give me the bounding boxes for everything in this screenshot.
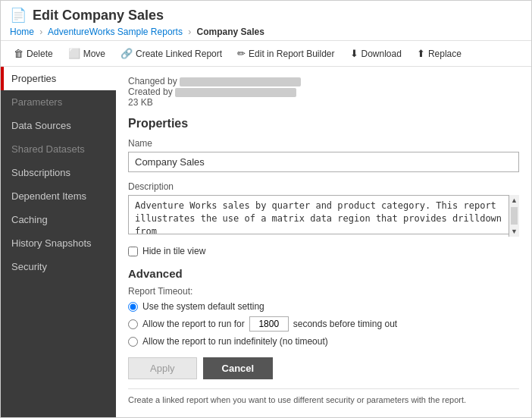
properties-section-title: Properties (128, 117, 519, 130)
page-title: 📄 Edit Company Sales (10, 7, 522, 24)
sidebar-item-shared-datasets: Shared Datasets (1, 137, 116, 161)
radio-system-default-row: Use the system default setting (128, 301, 519, 312)
scroll-down-button[interactable]: ▼ (509, 226, 519, 237)
toolbar: 🗑 Delete ⬜ Move 🔗 Create Linked Report ✏… (1, 41, 531, 67)
created-by-value (175, 88, 296, 97)
sidebar-item-parameters: Parameters (1, 90, 116, 114)
sidebar-item-properties[interactable]: Properties (1, 67, 116, 90)
cancel-button[interactable]: Cancel (203, 357, 274, 379)
description-label: Description (128, 181, 519, 192)
delete-button[interactable]: 🗑 Delete (7, 44, 60, 63)
action-buttons: Apply Cancel (128, 357, 519, 379)
hide-tile-row: Hide in tile view (128, 246, 519, 256)
edit-icon: ✏ (237, 48, 246, 59)
file-size: 23 KB (128, 97, 519, 108)
name-label: Name (128, 138, 519, 149)
breadcrumb: Home › AdventureWorks Sample Reports › C… (10, 27, 522, 37)
download-button[interactable]: ⬇ Download (343, 44, 408, 63)
replace-icon: ⬆ (417, 48, 425, 59)
advanced-section-title: Advanced (128, 267, 519, 280)
description-field-group: Description Adventure Works sales by qua… (128, 181, 519, 237)
edit-builder-button[interactable]: ✏ Edit in Report Builder (230, 44, 341, 63)
hide-tile-label: Hide in tile view (142, 246, 205, 256)
move-icon: ⬜ (68, 48, 80, 59)
sidebar-item-data-sources[interactable]: Data Sources (1, 114, 116, 137)
sidebar-item-subscriptions[interactable]: Subscriptions (1, 161, 116, 184)
breadcrumb-section[interactable]: AdventureWorks Sample Reports (48, 27, 183, 37)
scroll-up-button[interactable]: ▲ (509, 195, 519, 206)
delete-icon: 🗑 (14, 48, 23, 59)
name-input[interactable] (128, 152, 519, 172)
textarea-scrollbar: ▲ ▼ (509, 195, 519, 237)
radio-system-default-label: Use the system default setting (142, 301, 264, 312)
radio-allow-run-for[interactable] (128, 319, 138, 329)
create-linked-button[interactable]: 🔗 Create Linked Report (114, 44, 229, 63)
radio-system-default[interactable] (128, 302, 138, 312)
report-timeout-label: Report Timeout: (128, 286, 519, 297)
radio-indefinitely-label: Allow the report to run indefinitely (no… (142, 336, 328, 347)
radio-indefinitely-row: Allow the report to run indefinitely (no… (128, 336, 519, 347)
timeout-value-input[interactable] (249, 316, 289, 332)
main-layout: Properties Parameters Data Sources Share… (1, 67, 531, 417)
description-textarea-wrap: Adventure Works sales by quarter and pro… (128, 195, 519, 237)
sidebar-item-security[interactable]: Security (1, 255, 116, 278)
sidebar-item-history-snapshots[interactable]: History Snapshots (1, 231, 116, 255)
download-icon: ⬇ (350, 48, 358, 59)
radio-run-for-row: Allow the report to run for seconds befo… (128, 316, 519, 332)
seconds-label: seconds before timing out (293, 319, 397, 329)
changed-by-value (180, 77, 301, 86)
name-field-group: Name (128, 138, 519, 172)
radio-run-for-label: Allow the report to run for (142, 319, 245, 329)
content-area: Changed by Created by 23 KB Properties N… (116, 67, 531, 417)
breadcrumb-current: Company Sales (197, 27, 264, 37)
footer-note: Create a linked report when you want to … (128, 388, 519, 404)
header: 📄 Edit Company Sales Home › AdventureWor… (1, 1, 531, 41)
sidebar-item-dependent-items[interactable]: Dependent Items (1, 184, 116, 208)
link-icon: 🔗 (120, 48, 133, 59)
replace-button[interactable]: ⬆ Replace (410, 44, 468, 63)
sidebar-item-caching[interactable]: Caching (1, 208, 116, 231)
hide-tile-checkbox[interactable] (128, 247, 138, 256)
meta-info: Changed by Created by 23 KB (128, 76, 519, 108)
sidebar: Properties Parameters Data Sources Share… (1, 67, 116, 417)
radio-indefinitely[interactable] (128, 337, 138, 347)
breadcrumb-home[interactable]: Home (10, 27, 34, 37)
report-icon: 📄 (10, 7, 27, 24)
description-textarea[interactable]: Adventure Works sales by quarter and pro… (128, 195, 519, 234)
apply-button[interactable]: Apply (128, 357, 197, 379)
move-button[interactable]: ⬜ Move (61, 44, 112, 63)
